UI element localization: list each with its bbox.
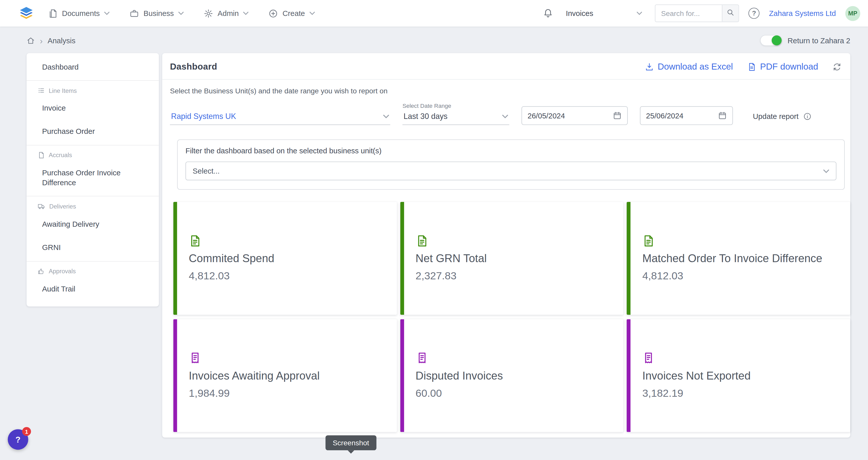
stat-cards-grid: Commited Spend 4,812.03 Net GRN Total 2,…: [173, 202, 850, 432]
sidebar-section-title: Deliveries: [50, 203, 76, 210]
sidebar-section-title: Accruals: [49, 152, 72, 158]
pdf-download-button[interactable]: PDF download: [747, 62, 818, 72]
module-select[interactable]: Invoices: [563, 6, 646, 21]
menu-label: Documents: [62, 9, 100, 18]
sidebar-item-audit-trail[interactable]: Audit Trail: [27, 277, 159, 301]
business-unit-filter-box: Filter the dashboard based on the select…: [177, 139, 845, 190]
menu-business[interactable]: Business: [130, 9, 184, 18]
refresh-icon[interactable]: [833, 63, 841, 71]
breadcrumb: › Analysis: [27, 36, 75, 45]
date-range-value: Last 30 days: [404, 112, 448, 121]
search-input[interactable]: [656, 5, 722, 22]
divider: [27, 80, 159, 81]
divider: [162, 79, 850, 80]
sidebar-section-deliveries: Deliveries: [27, 198, 159, 213]
menu-admin[interactable]: Admin: [204, 9, 249, 18]
stat-title: Matched Order To Invoice Difference: [642, 251, 822, 266]
update-report-button[interactable]: Update report: [753, 112, 798, 121]
chevron-down-icon: [243, 12, 249, 15]
menu-label: Business: [144, 9, 174, 18]
divider: [27, 196, 159, 196]
date-from-input[interactable]: [527, 111, 608, 120]
date-range-label: Select Date Range: [402, 102, 509, 109]
menu-documents[interactable]: Documents: [48, 9, 110, 18]
chevron-down-icon: [104, 12, 110, 15]
app-root: Documents Business Admin: [0, 0, 868, 460]
chevron-down-icon: [178, 12, 184, 15]
topbar-right: Invoices ? Zahara Systems Ltd MP: [543, 4, 860, 22]
stat-value: 60.00: [415, 387, 442, 399]
update-report-group: Update report: [753, 112, 811, 121]
sidebar-section-approvals: Approvals: [27, 262, 159, 277]
stat-title: Invoices Not Exported: [642, 368, 751, 383]
list-icon: [38, 87, 45, 94]
stat-value: 4,812.03: [189, 270, 230, 282]
stat-card: Matched Order To Invoice Difference 4,81…: [627, 202, 850, 315]
documents-icon: [48, 9, 58, 18]
info-icon[interactable]: [803, 112, 811, 121]
menu-create[interactable]: Create: [269, 9, 315, 18]
top-navigation: Documents Business Admin: [0, 0, 868, 27]
stat-value: 2,327.83: [415, 270, 457, 282]
plus-circle-icon: [269, 9, 278, 18]
chevron-down-icon: [823, 169, 829, 173]
sidebar-section-line-items: Line Items: [27, 82, 159, 97]
stat-title: Commited Spend: [189, 251, 275, 266]
menu-label: Admin: [218, 9, 239, 18]
sidebar-item-grni[interactable]: GRNI: [27, 236, 159, 260]
receipt-icon: [189, 352, 202, 364]
home-icon[interactable]: [27, 36, 35, 44]
search-button[interactable]: [722, 5, 739, 22]
business-unit-select[interactable]: Rapid Systems UK: [170, 109, 390, 125]
filter-label: Filter the dashboard based on the select…: [185, 146, 836, 155]
stat-value: 3,182.19: [642, 387, 683, 399]
report-controls: Rapid Systems UK Select Date Range Last …: [170, 102, 842, 125]
business-unit-filter-select[interactable]: Select...: [185, 161, 836, 180]
screenshot-tooltip: Screenshot: [326, 435, 376, 450]
thumbs-up-icon: [38, 267, 45, 274]
search-icon: [726, 8, 735, 18]
document-icon: [189, 235, 202, 247]
chevron-down-icon: [309, 12, 315, 15]
truck-icon: [38, 202, 45, 210]
date-range-group: Select Date Range Last 30 days: [402, 102, 509, 125]
receipt-icon: [415, 352, 428, 364]
sidebar-item-dashboard[interactable]: Dashboard: [27, 56, 159, 79]
calendar-icon[interactable]: [613, 111, 622, 120]
return-to-zahara2-toggle[interactable]: [760, 35, 782, 46]
stat-card: Disputed Invoices 60.00: [400, 319, 624, 432]
stat-value: 4,812.03: [642, 270, 683, 282]
filter-select-placeholder: Select...: [193, 167, 220, 175]
account-name[interactable]: Zahara Systems Ltd: [769, 9, 836, 18]
document-icon: [642, 235, 655, 247]
avatar[interactable]: MP: [845, 6, 860, 21]
stat-value: 1,984.99: [189, 387, 230, 399]
sidebar-item-invoice[interactable]: Invoice: [27, 97, 159, 120]
notifications-bell-icon[interactable]: [543, 8, 553, 18]
breadcrumb-separator: ›: [40, 36, 42, 45]
report-instructions: Select the Business Unit(s) and the date…: [170, 87, 842, 95]
business-unit-value: Rapid Systems UK: [171, 112, 236, 121]
gear-icon: [204, 9, 213, 18]
stat-title: Disputed Invoices: [415, 368, 503, 383]
search-box: [655, 4, 739, 22]
date-to-input[interactable]: [646, 111, 714, 120]
zahara-logo-icon[interactable]: [19, 6, 34, 21]
date-range-select[interactable]: Last 30 days: [402, 109, 509, 125]
breadcrumb-row: › Analysis Return to Zahara 2: [27, 32, 850, 50]
sidebar-item-po-invoice-difference[interactable]: Purchase Order Invoice Difference: [27, 161, 159, 195]
chevron-down-icon: [637, 12, 642, 15]
help-fab-button[interactable]: ? 1: [8, 429, 28, 450]
sidebar-item-purchase-order[interactable]: Purchase Order: [27, 120, 159, 143]
help-icon[interactable]: ?: [748, 8, 760, 19]
sidebar-item-awaiting-delivery[interactable]: Awaiting Delivery: [27, 213, 159, 236]
document-icon: [415, 235, 428, 247]
chevron-down-icon: [383, 114, 389, 118]
calendar-icon[interactable]: [718, 111, 727, 120]
document-icon: [38, 151, 45, 158]
chevron-down-icon: [502, 114, 508, 118]
help-glyph: ?: [752, 9, 756, 17]
sidebar-section-accruals: Accruals: [27, 146, 159, 161]
download-excel-button[interactable]: Download as Excel: [645, 62, 733, 72]
divider: [27, 261, 159, 261]
